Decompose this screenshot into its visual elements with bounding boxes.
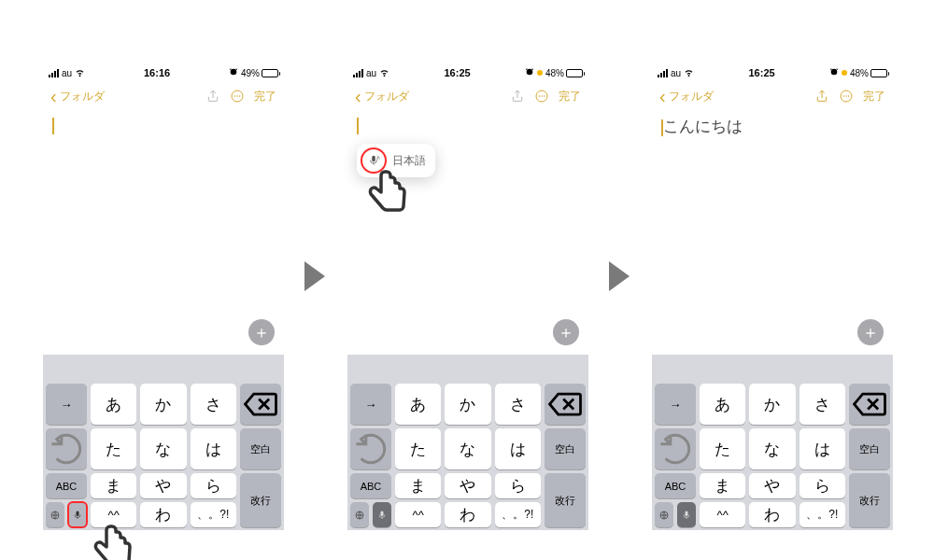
key-undo[interactable]: [350, 428, 391, 469]
key-na[interactable]: な: [445, 428, 490, 469]
key-ta[interactable]: た: [700, 428, 745, 469]
key-ka[interactable]: か: [749, 384, 795, 425]
done-button[interactable]: 完了: [863, 89, 885, 105]
key-undo[interactable]: [46, 428, 87, 469]
key-ma[interactable]: ま: [395, 473, 441, 498]
note-content[interactable]: ＋: [43, 110, 284, 355]
key-mic[interactable]: [677, 502, 696, 527]
svg-point-12: [843, 95, 845, 97]
key-wa[interactable]: わ: [445, 502, 490, 527]
phone-screen-1: au 16:16 49% フォルダ: [43, 63, 284, 530]
key-abc[interactable]: ABC: [655, 473, 696, 498]
key-space[interactable]: 空白: [849, 428, 890, 469]
key-mic[interactable]: [68, 502, 87, 527]
key-ya[interactable]: や: [445, 473, 490, 498]
add-button[interactable]: ＋: [553, 319, 579, 345]
more-icon[interactable]: [534, 89, 549, 104]
key-delete[interactable]: [240, 384, 281, 425]
keyboard: → あ か さ た な は 空白 ABC ま や ら 改行: [652, 381, 893, 530]
key-a[interactable]: あ: [700, 384, 745, 425]
key-mic[interactable]: [373, 502, 391, 527]
key-ra[interactable]: ら: [191, 473, 236, 498]
chevron-left-icon: [355, 86, 362, 107]
key-delete[interactable]: [545, 384, 586, 425]
key-tab[interactable]: →: [655, 384, 696, 425]
key-sa[interactable]: さ: [495, 384, 541, 425]
key-wa[interactable]: わ: [140, 502, 186, 527]
wifi-icon: [684, 67, 694, 79]
share-icon[interactable]: [814, 89, 829, 104]
key-sa[interactable]: さ: [800, 384, 845, 425]
dictation-language-popup[interactable]: あ 日本語: [357, 144, 435, 177]
key-emoji[interactable]: ^^: [700, 502, 745, 527]
key-punct[interactable]: 、。?!: [495, 502, 541, 527]
key-globe[interactable]: [46, 502, 64, 527]
note-content[interactable]: こんにちは ＋: [652, 110, 893, 355]
signal-icon: [49, 69, 59, 77]
svg-point-1: [234, 95, 236, 97]
key-na[interactable]: な: [749, 428, 795, 469]
key-na[interactable]: な: [140, 428, 186, 469]
back-label: フォルダ: [669, 89, 714, 105]
key-space[interactable]: 空白: [545, 428, 586, 469]
keyboard-toolbar: [652, 355, 893, 381]
key-ta[interactable]: た: [91, 428, 136, 469]
key-globe[interactable]: [350, 502, 369, 527]
key-globe[interactable]: [655, 502, 673, 527]
back-button[interactable]: フォルダ: [659, 86, 714, 107]
key-ra[interactable]: ら: [495, 473, 541, 498]
add-button[interactable]: ＋: [857, 319, 884, 345]
key-ha[interactable]: は: [191, 428, 236, 469]
key-ka[interactable]: か: [140, 384, 186, 425]
key-undo[interactable]: [655, 428, 696, 469]
back-button[interactable]: フォルダ: [50, 86, 105, 107]
key-space[interactable]: 空白: [240, 428, 281, 469]
key-wa[interactable]: わ: [749, 502, 795, 527]
key-tab[interactable]: →: [46, 384, 87, 425]
back-button[interactable]: フォルダ: [355, 86, 409, 107]
key-emoji[interactable]: ^^: [395, 502, 441, 527]
key-abc[interactable]: ABC: [350, 473, 391, 498]
share-icon[interactable]: [205, 89, 220, 104]
add-button[interactable]: ＋: [248, 319, 275, 345]
key-ka[interactable]: か: [445, 384, 490, 425]
svg-point-14: [848, 95, 850, 97]
key-punct[interactable]: 、。?!: [800, 502, 845, 527]
key-enter[interactable]: 改行: [849, 473, 890, 527]
key-enter[interactable]: 改行: [240, 473, 281, 527]
share-icon[interactable]: [510, 89, 525, 104]
key-ma[interactable]: ま: [91, 473, 136, 498]
signal-icon: [658, 69, 668, 77]
key-ta[interactable]: た: [395, 428, 441, 469]
wifi-icon: [379, 67, 389, 79]
text-cursor: [52, 118, 54, 134]
key-emoji[interactable]: ^^: [91, 502, 136, 527]
arrow-right-icon: [304, 261, 325, 291]
key-tab[interactable]: →: [350, 384, 391, 425]
key-a[interactable]: あ: [91, 384, 136, 425]
key-delete[interactable]: [849, 384, 890, 425]
key-ya[interactable]: や: [140, 473, 186, 498]
key-ha[interactable]: は: [800, 428, 845, 469]
clock: 16:16: [144, 67, 170, 78]
keyboard: → あ か さ た な は 空白 ABC ま や ら 改行: [347, 381, 588, 530]
battery-icon: [262, 69, 278, 77]
key-sa[interactable]: さ: [191, 384, 236, 425]
key-punct[interactable]: 、。?!: [191, 502, 236, 527]
key-ya[interactable]: や: [749, 473, 795, 498]
key-enter[interactable]: 改行: [545, 473, 586, 527]
more-icon[interactable]: [230, 89, 245, 104]
more-icon[interactable]: [839, 89, 854, 104]
done-button[interactable]: 完了: [254, 89, 276, 105]
svg-point-3: [239, 95, 241, 97]
key-ha[interactable]: は: [495, 428, 541, 469]
keyboard-toolbar: [43, 355, 284, 381]
keyboard: → あ か さ た な は 空白 ABC ま や ら 改行: [43, 381, 284, 530]
key-ra[interactable]: ら: [800, 473, 845, 498]
wifi-icon: [75, 67, 85, 79]
key-a[interactable]: あ: [395, 384, 441, 425]
done-button[interactable]: 完了: [559, 89, 581, 105]
mic-language-icon[interactable]: あ: [362, 149, 385, 172]
key-ma[interactable]: ま: [700, 473, 745, 498]
key-abc[interactable]: ABC: [46, 473, 87, 498]
